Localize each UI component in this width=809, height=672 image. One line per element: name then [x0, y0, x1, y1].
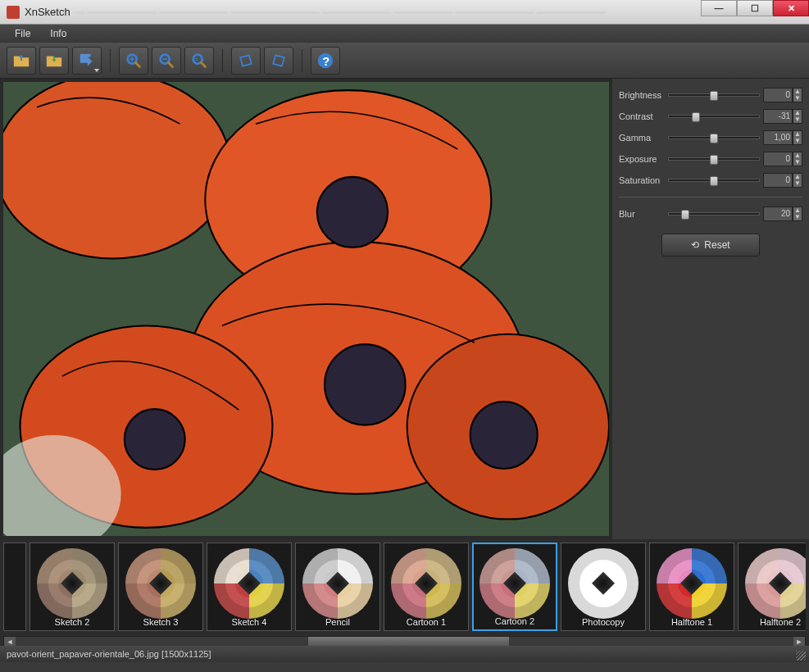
adjust-row-contrast: Contrast-31▲▼: [619, 107, 802, 126]
minimize-button[interactable]: —: [701, 0, 737, 16]
toolbar: = ?: [0, 43, 809, 79]
adjust-row-saturation: Saturation0▲▼: [619, 170, 802, 190]
effect-item-sketch-3[interactable]: Sketch 3: [118, 543, 203, 631]
svg-text:=: =: [195, 55, 198, 62]
exposure-value[interactable]: 0: [763, 152, 793, 166]
slider-thumb[interactable]: [692, 112, 700, 122]
slider-thumb[interactable]: [681, 210, 689, 220]
maximize-button[interactable]: ☐: [737, 0, 773, 16]
effect-label: Sketch 3: [119, 617, 202, 627]
svg-rect-11: [273, 55, 284, 66]
blur-slider[interactable]: [668, 212, 760, 216]
effect-label: Pencil: [296, 617, 380, 627]
menubar: File Info: [0, 25, 809, 43]
effect-label: Sketch 4: [207, 617, 291, 627]
adjust-row-blur: Blur20▲▼: [619, 204, 802, 224]
spinner[interactable]: ▲▼: [793, 152, 802, 166]
effect-label: Cartoon 2: [474, 616, 556, 626]
contrast-value[interactable]: -31: [763, 109, 793, 124]
save-folder-down-icon: [45, 52, 63, 70]
adjust-label: Gamma: [619, 133, 668, 143]
save-button[interactable]: [39, 47, 69, 75]
adjust-row-exposure: Exposure0▲▼: [619, 149, 802, 169]
image-canvas[interactable]: [3, 82, 609, 536]
effect-label: Photocopy: [561, 617, 645, 627]
zoom-in-icon: [125, 52, 143, 70]
zoom-out-button[interactable]: [152, 47, 181, 75]
close-button[interactable]: ✕: [773, 0, 809, 16]
reset-icon: ⟲: [691, 239, 699, 251]
resize-grip[interactable]: [796, 651, 806, 661]
gamma-value[interactable]: 1,00: [763, 130, 793, 145]
effect-item-cartoon-1[interactable]: Cartoon 1: [384, 543, 469, 631]
effect-item-photocopy[interactable]: Photocopy: [561, 543, 646, 631]
canvas-wrap: [3, 82, 609, 536]
menu-info[interactable]: Info: [42, 26, 75, 41]
help-icon: ?: [316, 52, 334, 70]
effects-strip: Sketch 2Sketch 3Sketch 4PencilCartoon 1C…: [3, 543, 806, 634]
open-folder-up-icon: [12, 52, 30, 70]
svg-point-23: [125, 409, 185, 470]
adjust-label: Exposure: [619, 154, 668, 164]
zoom-in-button[interactable]: [119, 47, 148, 75]
effect-item-partial[interactable]: [3, 543, 26, 631]
effect-label: Halftone 2: [739, 617, 806, 627]
effect-item-cartoon-2[interactable]: Cartoon 2: [472, 543, 557, 631]
slider-thumb[interactable]: [710, 134, 718, 143]
svg-point-15: [3, 82, 230, 258]
adjust-row-gamma: Gamma1,00▲▼: [619, 128, 802, 148]
window-controls: — ☐ ✕: [701, 0, 809, 16]
effect-item-sketch-4[interactable]: Sketch 4: [207, 543, 292, 631]
saturation-slider[interactable]: [668, 179, 760, 182]
spinner[interactable]: ▲▼: [793, 130, 802, 145]
status-text: pavot-orient_papaver-orientale_06.jpg [1…: [7, 649, 211, 659]
adjustments-panel: Brightness0▲▼Contrast-31▲▼Gamma1,00▲▼Exp…: [612, 79, 809, 539]
svg-line-5: [168, 61, 173, 66]
rotate-left-button[interactable]: [231, 47, 261, 75]
window-title: XnSketch: [25, 6, 70, 18]
adjust-label: Blur: [619, 209, 668, 219]
zoom-out-icon: [157, 52, 175, 70]
open-button[interactable]: [7, 47, 36, 75]
spinner[interactable]: ▲▼: [793, 88, 802, 102]
exposure-slider[interactable]: [668, 157, 760, 161]
slider-thumb[interactable]: [710, 91, 718, 101]
app-icon: [7, 6, 20, 19]
svg-point-20: [317, 177, 388, 247]
effect-item-sketch-2[interactable]: Sketch 2: [30, 543, 115, 631]
svg-text:?: ?: [322, 54, 330, 67]
svg-line-1: [135, 61, 140, 66]
titlebar: XnSketch — ——————— ——————— ————————— ———…: [0, 0, 809, 25]
adjust-label: Saturation: [619, 175, 668, 185]
effect-item-halftone-2[interactable]: Halftone 2: [738, 543, 806, 631]
spinner[interactable]: ▲▼: [793, 109, 802, 124]
effect-label: Halftone 1: [650, 617, 734, 627]
effect-label: Sketch 2: [30, 617, 114, 627]
slider-thumb[interactable]: [710, 176, 718, 186]
export-button[interactable]: [72, 47, 102, 75]
zoom-fit-icon: =: [190, 52, 208, 70]
effect-item-pencil[interactable]: Pencil: [295, 543, 380, 631]
svg-point-21: [325, 344, 406, 425]
spinner[interactable]: ▲▼: [793, 173, 802, 188]
brightness-value[interactable]: 0: [763, 88, 793, 102]
menu-file[interactable]: File: [7, 26, 39, 41]
rotate-left-icon: [237, 52, 255, 70]
blur-value[interactable]: 20: [763, 207, 793, 221]
effect-item-halftone-1[interactable]: Halftone 1: [649, 543, 734, 631]
zoom-fit-button[interactable]: =: [184, 47, 214, 75]
slider-thumb[interactable]: [710, 155, 718, 165]
brightness-slider[interactable]: [668, 93, 760, 97]
rotate-right-button[interactable]: [264, 47, 293, 75]
contrast-slider[interactable]: [668, 115, 760, 118]
gamma-slider[interactable]: [668, 136, 760, 139]
effect-label: Cartoon 1: [384, 617, 468, 627]
export-icon: [78, 52, 96, 70]
spinner[interactable]: ▲▼: [793, 207, 802, 221]
help-button[interactable]: ?: [311, 47, 340, 75]
adjust-label: Contrast: [619, 111, 668, 121]
main-area: Brightness0▲▼Contrast-31▲▼Gamma1,00▲▼Exp…: [0, 79, 809, 539]
saturation-value[interactable]: 0: [763, 173, 793, 188]
adjust-row-brightness: Brightness0▲▼: [619, 85, 802, 105]
reset-button[interactable]: ⟲ Reset: [661, 234, 760, 257]
